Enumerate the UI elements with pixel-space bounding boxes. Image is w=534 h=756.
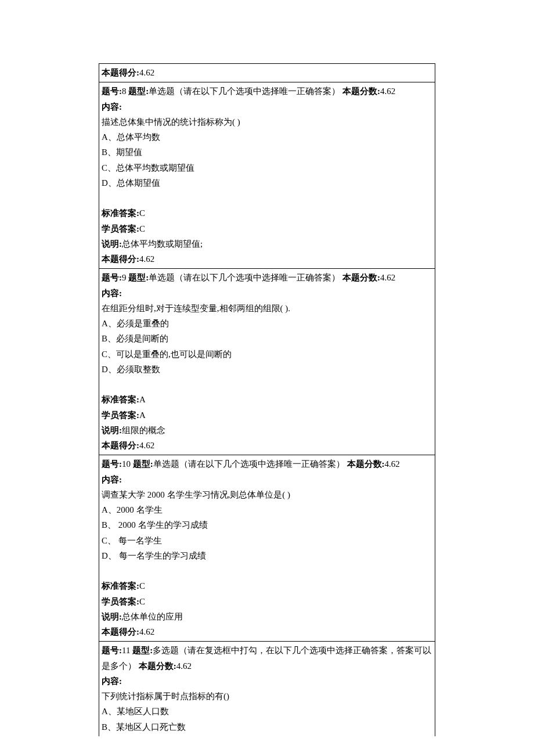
std-answer: A — [139, 395, 146, 404]
score-value: 4.62 — [139, 627, 154, 636]
content-label: 内容: — [102, 674, 432, 689]
qtype: 单选题（请在以下几个选项中选择唯一正确答案） — [149, 87, 340, 96]
qscore: 4.62 — [176, 661, 192, 671]
explain-label: 说明: — [102, 426, 122, 435]
stu-answer-label: 学员答案: — [102, 224, 139, 233]
explain-label: 说明: — [102, 239, 122, 249]
qtype-label: 题型: — [128, 273, 149, 282]
std-answer: C — [139, 581, 145, 591]
option: D、必须取整数 — [102, 362, 432, 377]
option: B、 2000 名学生的学习成绩 — [102, 517, 432, 532]
qnum-label: 题号: — [102, 87, 122, 96]
score-label: 本题得分: — [102, 627, 139, 636]
qscore-label: 本题分数: — [347, 459, 385, 469]
qscore-label: 本题分数: — [342, 273, 380, 282]
option: A、必须是重叠的 — [102, 316, 432, 331]
content-label: 内容: — [102, 286, 432, 301]
option: C、 每一名学生 — [102, 533, 432, 548]
document-body: 本题得分:4.62 题号:8 题型:单选题（请在以下几个选项中选择唯一正确答案）… — [99, 63, 435, 736]
score-label: 本题得分: — [102, 68, 139, 77]
qscore: 4.62 — [380, 87, 395, 96]
explain-text: 总体单位的应用 — [122, 612, 183, 621]
explain-text: 总体平均数或期望值; — [122, 239, 203, 249]
question-stem: 下列统计指标属于时点指标的有() — [102, 689, 432, 704]
stu-answer: A — [139, 411, 146, 420]
content-label: 内容: — [102, 99, 432, 114]
question-stem: 描述总体集中情况的统计指标称为( ) — [102, 114, 432, 129]
question-stem: 调查某大学 2000 名学生学习情况,则总体单位是( ) — [102, 487, 432, 502]
score-label: 本题得分: — [102, 441, 139, 450]
option: A、某地区人口数 — [102, 704, 432, 719]
question-stem: 在组距分组时,对于连续型变量,相邻两组的组限( ). — [102, 301, 432, 316]
std-answer-label: 标准答案: — [102, 208, 139, 218]
stu-answer-label: 学员答案: — [102, 411, 139, 420]
qnum: 8 — [122, 87, 127, 96]
score-value: 4.62 — [139, 254, 154, 264]
question-block: 题号:8 题型:单选题（请在以下几个选项中选择唯一正确答案） 本题分数:4.62… — [99, 82, 435, 269]
qnum-label: 题号: — [102, 459, 122, 469]
option: C、总体平均数或期望值 — [102, 160, 432, 175]
qnum: 10 — [122, 459, 131, 469]
option: D、 每一名学生的学习成绩 — [102, 548, 432, 563]
qnum-label: 题号: — [102, 646, 122, 655]
explain-label: 说明: — [102, 612, 122, 621]
explain-text: 组限的概念 — [122, 426, 165, 435]
content-label: 内容: — [102, 472, 432, 487]
stu-answer: C — [139, 597, 145, 606]
option: D、总体期望值 — [102, 175, 432, 190]
qtype: 单选题（请在以下几个选项中选择唯一正确答案） — [149, 273, 340, 282]
option: B、某地区人口死亡数 — [102, 719, 432, 735]
qtype: 单选题（请在以下几个选项中选择唯一正确答案） — [153, 459, 345, 469]
qnum: 9 — [122, 273, 127, 282]
option: B、期望值 — [102, 145, 432, 160]
question-block: 题号:9 题型:单选题（请在以下几个选项中选择唯一正确答案） 本题分数:4.62… — [99, 268, 435, 455]
qscore-label: 本题分数: — [342, 87, 380, 96]
std-answer-label: 标准答案: — [102, 395, 139, 404]
option: C、可以是重叠的,也可以是间断的 — [102, 347, 432, 362]
qscore-label: 本题分数: — [139, 661, 176, 671]
std-answer: C — [139, 208, 145, 218]
qtype-label: 题型: — [128, 87, 149, 96]
option: A、2000 名学生 — [102, 502, 432, 517]
qscore: 4.62 — [385, 459, 400, 469]
score-value: 4.62 — [139, 441, 154, 450]
qnum: 11 — [122, 646, 130, 655]
qnum-label: 题号: — [102, 273, 122, 282]
qscore: 4.62 — [380, 273, 395, 282]
stu-answer-label: 学员答案: — [102, 597, 139, 606]
question-block: 题号:11 题型:多选题（请在复选框中打勾，在以下几个选项中选择正确答案，答案可… — [99, 641, 435, 736]
stu-answer: C — [139, 224, 145, 233]
option: B、必须是间断的 — [102, 331, 432, 346]
qtype-label: 题型: — [133, 459, 153, 469]
option: A、总体平均数 — [102, 129, 432, 145]
question-block: 题号:10 题型:单选题（请在以下几个选项中选择唯一正确答案） 本题分数:4.6… — [99, 455, 435, 642]
score-row: 本题得分:4.62 — [99, 63, 435, 82]
qtype-label: 题型: — [132, 646, 153, 655]
score-label: 本题得分: — [102, 254, 139, 264]
std-answer-label: 标准答案: — [102, 581, 139, 591]
score-value: 4.62 — [139, 68, 154, 77]
